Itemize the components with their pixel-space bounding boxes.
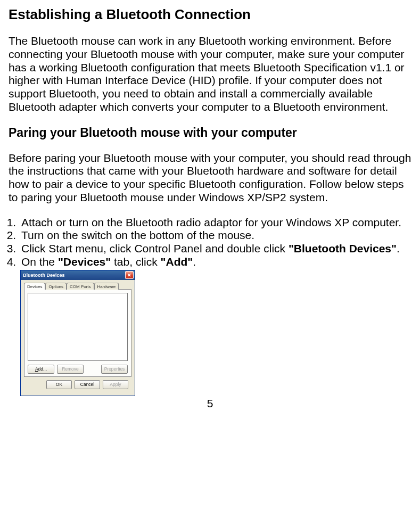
add-button[interactable]: Add... xyxy=(28,365,54,374)
dialog-tabs: Devices Options COM Ports Hardware xyxy=(24,283,131,290)
heading-pairing: Paring your Bluetooth mouse with your co… xyxy=(9,126,411,140)
intro-paragraph-1: The Bluetooth mouse can work in any Blue… xyxy=(9,35,411,114)
devices-list[interactable] xyxy=(28,293,128,361)
remove-button[interactable]: Remove xyxy=(57,365,84,374)
intro-paragraph-2: Before paring your Bluetooth mouse with … xyxy=(9,152,411,204)
step-4-bold-d: "Add" xyxy=(161,256,193,268)
step-3-text-a: Click Start menu, click Control Panel an… xyxy=(21,242,289,254)
tab-options[interactable]: Options xyxy=(45,283,67,290)
heading-establishing: Establishing a Bluetooth Connection xyxy=(9,6,411,23)
step-4-bold-b: "Devices" xyxy=(58,256,111,268)
dialog-title: Bluetooth Devices xyxy=(23,273,65,278)
step-4-text-c: tab, click xyxy=(111,256,160,268)
bluetooth-devices-dialog: Bluetooth Devices ✕ Devices Options COM … xyxy=(20,270,135,396)
cancel-button[interactable]: Cancel xyxy=(75,380,100,389)
step-4: On the "Devices" tab, click "Add". xyxy=(19,256,411,269)
apply-button[interactable]: Apply xyxy=(103,380,128,389)
ok-button[interactable]: OK xyxy=(46,380,72,389)
tab-hardware[interactable]: Hardware xyxy=(94,283,119,290)
page-number: 5 xyxy=(9,397,411,410)
tab-devices[interactable]: Devices xyxy=(24,283,45,290)
dialog-titlebar[interactable]: Bluetooth Devices ✕ xyxy=(21,270,135,280)
step-3-text-c: . xyxy=(397,242,400,254)
step-1: Attach or turn on the Bluetooth radio ad… xyxy=(19,216,411,229)
step-4-text-e: . xyxy=(193,256,196,268)
tab-panel-devices: Add... Remove Properties xyxy=(24,289,131,377)
properties-button[interactable]: Properties xyxy=(101,365,128,374)
step-3: Click Start menu, click Control Panel an… xyxy=(19,242,411,256)
step-4-text-a: On the xyxy=(21,256,58,268)
steps-list: Attach or turn on the Bluetooth radio ad… xyxy=(9,216,411,269)
close-icon[interactable]: ✕ xyxy=(125,271,134,279)
tab-com-ports[interactable]: COM Ports xyxy=(67,283,94,290)
step-2: Turn on the switch on the bottom of the … xyxy=(19,229,411,242)
step-3-bold: "Bluetooth Devices" xyxy=(289,242,397,254)
